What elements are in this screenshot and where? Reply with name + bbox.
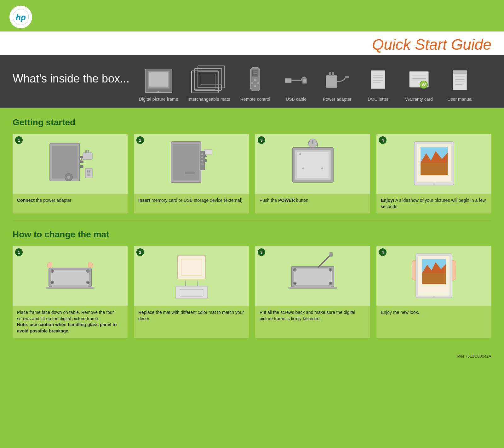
svg-rect-84 (421, 163, 448, 175)
svg-rect-28 (371, 71, 385, 89)
doc-label: DOC letter (368, 97, 388, 102)
box-item-mats: Interchangeable mats (188, 63, 230, 102)
cm-step-2-caption: Replace the mat with different color mat… (134, 306, 249, 326)
gs-step-1-caption: Connect the power adapter (13, 194, 128, 207)
box-item-power: Power adapter (321, 69, 353, 102)
box-section: What's inside the box... Digital picture… (0, 55, 504, 108)
header: hp (0, 0, 504, 31)
svg-point-85 (433, 183, 435, 185)
box-item-doc: DOC letter (362, 69, 394, 102)
gs-step-4: 4 Enjoy! A slideshow of your (376, 134, 491, 213)
svg-point-17 (254, 85, 256, 87)
svg-point-69 (201, 156, 203, 158)
svg-rect-59 (87, 173, 90, 176)
svg-rect-25 (329, 72, 331, 76)
change-mat-title: How to change the mat (13, 230, 491, 240)
cm-step-2: 2 Replace the mat with different color m… (134, 246, 249, 338)
svg-rect-52 (83, 153, 92, 160)
usb-icon (284, 69, 309, 94)
svg-rect-62 (185, 172, 195, 174)
gs-step-4-number: 4 (379, 136, 387, 144)
gs-step-1-number: 1 (15, 136, 23, 144)
page-title: Quick Start Guide (372, 36, 491, 53)
change-mat-steps: 1 (13, 246, 491, 338)
gs-step-1: 1 (13, 134, 128, 213)
svg-rect-46 (52, 146, 77, 179)
svg-line-126 (318, 255, 331, 267)
svg-rect-19 (253, 73, 257, 74)
svg-text:W: W (422, 82, 426, 87)
svg-point-14 (254, 79, 256, 81)
title-bar: Quick Start Guide (0, 31, 504, 55)
cm-step-3-number: 3 (258, 248, 265, 256)
svg-rect-56 (85, 168, 92, 178)
svg-rect-75 (297, 152, 329, 178)
gs-step-4-image: 4 (376, 134, 491, 194)
svg-rect-24 (326, 75, 337, 88)
getting-started-title: Getting started (13, 117, 491, 128)
svg-rect-54 (88, 150, 89, 153)
cm-step-4-number: 4 (379, 248, 387, 256)
doc-icon (369, 69, 387, 94)
svg-rect-71 (201, 163, 204, 165)
hp-logo: hp (9, 6, 32, 28)
svg-rect-106 (176, 286, 207, 299)
box-items-list: Digital picture frame Interchangeable ma… (139, 63, 491, 102)
cm-step-3-image: 3 (255, 246, 370, 306)
svg-rect-65 (204, 150, 212, 154)
cm-step-1-number: 1 (15, 248, 23, 256)
gs-step-4-caption: Enjoy! A slideshow of your pictures will… (376, 194, 491, 213)
section-divider (13, 220, 491, 220)
svg-rect-57 (87, 170, 89, 173)
gs-step-3-image: 3 (255, 134, 370, 194)
svg-point-78 (321, 167, 323, 169)
remote-label: Remote control (240, 97, 270, 102)
cm-step-2-number: 2 (136, 248, 144, 256)
cm-step-3: 3 (255, 246, 370, 338)
svg-point-134 (433, 296, 435, 298)
svg-rect-127 (329, 252, 333, 257)
svg-rect-27 (345, 76, 349, 78)
cm-step-1-caption: Place frame face down on table. Remove t… (13, 306, 128, 338)
svg-point-68 (201, 153, 203, 155)
mats-label: Interchangeable mats (188, 97, 230, 102)
svg-rect-53 (85, 150, 87, 153)
remote-icon (244, 66, 266, 94)
gs-step-2-number: 2 (136, 136, 144, 144)
box-item-manual: User manual (444, 69, 476, 102)
box-item-usb: USB cable (280, 69, 312, 102)
svg-rect-88 (51, 270, 89, 285)
box-item-remote: Remote control (239, 66, 271, 102)
power-label: Power adapter (323, 97, 352, 102)
svg-point-16 (257, 82, 259, 84)
box-section-title: What's inside the box... (13, 63, 129, 85)
svg-point-5 (158, 91, 159, 93)
svg-rect-26 (332, 72, 334, 76)
gs-step-3-number: 3 (258, 136, 265, 144)
gs-step-3: 3 (255, 134, 370, 213)
svg-rect-13 (252, 70, 258, 77)
warranty-icon: W (408, 69, 430, 94)
gs-step-2-image: 2 (134, 134, 249, 194)
svg-rect-21 (291, 80, 301, 81)
part-number: P/N 7511C00042A (457, 354, 491, 359)
power-icon (323, 69, 351, 94)
mats-icon (188, 63, 229, 94)
getting-started-steps: 1 (13, 134, 491, 213)
manual-label: User manual (448, 97, 472, 102)
cm-step-4: 4 (376, 246, 491, 338)
svg-rect-18 (253, 71, 257, 72)
gs-step-2: 2 (134, 134, 249, 213)
svg-point-70 (201, 160, 203, 162)
svg-point-51 (67, 176, 70, 179)
footer: P/N 7511C00042A (0, 351, 504, 365)
gs-step-2-caption: Insert memory card or USB storage device… (134, 194, 249, 207)
cm-step-2-image: 2 (134, 246, 249, 306)
warranty-label: Warranty card (405, 97, 433, 102)
box-item-warranty: W Warranty card (403, 69, 435, 102)
svg-rect-40 (453, 71, 467, 74)
svg-rect-110 (294, 269, 332, 285)
svg-rect-58 (89, 170, 90, 173)
svg-point-15 (251, 82, 253, 84)
cm-step-1: 1 (13, 246, 128, 338)
